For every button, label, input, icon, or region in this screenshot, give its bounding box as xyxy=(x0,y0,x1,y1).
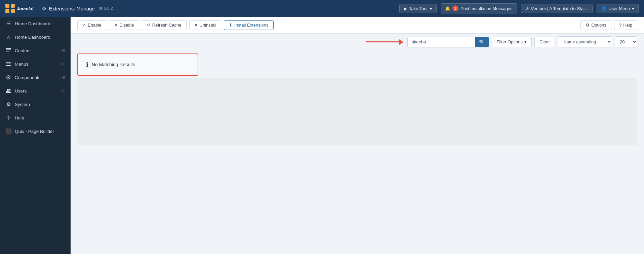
logo-text: Joomla! xyxy=(17,6,34,11)
search-button[interactable]: 🔍 xyxy=(475,37,489,47)
notification-badge: 3 xyxy=(452,5,458,11)
annotation-arrow xyxy=(366,39,403,45)
table-area xyxy=(77,78,637,145)
svg-point-12 xyxy=(7,89,9,91)
svg-rect-3 xyxy=(11,9,15,13)
per-page-select-wrap: 5 10 15 20 25 50 100 xyxy=(615,36,637,47)
menus-chevron-icon: › xyxy=(59,62,61,66)
users-chevron-icon: › xyxy=(59,89,61,93)
toggle-menu-icon: ☰ xyxy=(5,21,11,27)
svg-rect-2 xyxy=(5,9,9,13)
user-menu-button[interactable]: 👤 User Menu ▾ xyxy=(597,4,639,13)
svg-rect-1 xyxy=(11,4,15,8)
content-chevron-icon: › xyxy=(59,48,61,52)
joomla-logo[interactable]: Joomla! xyxy=(5,4,34,13)
sort-select-wrap: Name ascending Name descending ID ascend… xyxy=(558,36,612,47)
filter-options-button[interactable]: Filter Options ▾ xyxy=(492,37,532,47)
uninstall-button[interactable]: ✕ Uninstall xyxy=(189,20,222,30)
enable-icon: ✓ xyxy=(82,23,86,28)
sidebar-item-home-dashboard[interactable]: ⌂ Home Dashboard xyxy=(0,30,71,44)
help-button[interactable]: ? Help xyxy=(614,20,637,30)
no-results-box: ℹ No Matching Results xyxy=(77,53,198,76)
sidebar-item-quix[interactable]: ⬛ Quix - Page Builder xyxy=(0,124,71,138)
external-link-icon: ↗ xyxy=(525,6,529,11)
refresh-cache-button[interactable]: ↺ Refresh Cache xyxy=(142,20,187,30)
disable-icon: ✕ xyxy=(114,23,118,28)
no-results-text: No Matching Results xyxy=(92,62,135,67)
search-icon: 🔍 xyxy=(479,39,485,45)
install-extensions-button[interactable]: ⬇ Install Extensions xyxy=(224,20,273,30)
components-icon xyxy=(5,74,11,80)
users-grid-icon: ⊞ xyxy=(62,89,65,93)
sidebar-item-components[interactable]: Components › ⊞ xyxy=(0,71,71,84)
main-content: ✓ Enable ✕ Disable ↺ Refresh Cache ✕ Uni… xyxy=(71,17,644,254)
page-title-nav: ⚙ Extensions: Manage xyxy=(42,5,95,12)
refresh-icon: ↺ xyxy=(147,23,151,28)
top-navigation: Joomla! ⚙ Extensions: Manage ⌘ 5.0.2 ▶ T… xyxy=(0,0,644,17)
bell-icon: 🔔 xyxy=(445,6,450,11)
system-icon: ⚙ xyxy=(5,101,11,107)
menus-icon xyxy=(5,61,11,67)
svg-rect-6 xyxy=(6,51,9,51)
toolbar: ✓ Enable ✕ Disable ↺ Refresh Cache ✕ Uni… xyxy=(71,17,644,34)
tour-chevron-icon: ▾ xyxy=(430,6,432,11)
version-label: ⌘ 5.0.2 xyxy=(99,6,113,11)
svg-rect-0 xyxy=(5,4,9,8)
user-icon: 👤 xyxy=(601,6,606,11)
per-page-select[interactable]: 5 10 15 20 25 50 100 xyxy=(615,37,637,47)
svg-point-13 xyxy=(9,89,11,91)
sidebar-item-users[interactable]: Users › ⊞ xyxy=(0,84,71,98)
joomla-logo-icon xyxy=(5,4,15,13)
sidebar-toggle-menu[interactable]: ☰ Home Dashboard xyxy=(0,17,71,30)
content-grid-icon: ⊞ xyxy=(62,48,65,53)
sort-select[interactable]: Name ascending Name descending ID ascend… xyxy=(558,37,612,47)
svg-rect-8 xyxy=(6,64,11,64)
extensions-icon: ⚙ xyxy=(42,5,46,12)
svg-point-11 xyxy=(8,77,9,78)
search-input[interactable] xyxy=(408,37,475,47)
sidebar-item-system[interactable]: ⚙ System xyxy=(0,98,71,111)
svg-rect-4 xyxy=(6,48,11,49)
quix-icon: ⬛ xyxy=(5,128,11,134)
help-icon: ? xyxy=(5,115,11,121)
filter-bar: 🔍 Filter Options ▾ Clear Name ascending … xyxy=(71,34,644,50)
venture-button[interactable]: ↗ Venture | A Template to Star... xyxy=(521,4,593,13)
components-chevron-icon: › xyxy=(59,75,61,79)
svg-rect-9 xyxy=(6,65,11,66)
search-input-wrap: 🔍 xyxy=(407,37,489,47)
arrow-head xyxy=(399,39,403,45)
options-gear-icon: ⚙ xyxy=(586,23,590,28)
uninstall-icon: ✕ xyxy=(194,23,198,28)
home-icon: ⌂ xyxy=(5,34,11,40)
menus-grid-icon: ⊞ xyxy=(62,62,65,66)
help-question-icon: ? xyxy=(619,23,621,28)
take-tour-button[interactable]: ▶ Take Tour ▾ xyxy=(399,4,437,13)
sidebar-item-content[interactable]: Content › ⊞ xyxy=(0,44,71,57)
install-icon: ⬇ xyxy=(229,23,233,28)
sidebar-item-menus[interactable]: Menus › ⊞ xyxy=(0,57,71,71)
user-menu-chevron-icon: ▾ xyxy=(632,6,634,11)
arrow-line xyxy=(366,41,399,42)
post-install-button[interactable]: 🔔 3 Post Installation Messages xyxy=(441,3,517,13)
tour-icon: ▶ xyxy=(404,6,407,11)
clear-button[interactable]: Clear xyxy=(534,37,555,47)
options-button[interactable]: ⚙ Options xyxy=(580,20,611,30)
svg-rect-5 xyxy=(6,49,11,50)
filter-options-chevron-icon: ▾ xyxy=(524,39,527,44)
users-icon xyxy=(5,88,11,94)
content-icon xyxy=(5,47,11,53)
sidebar: ☰ Home Dashboard ⌂ Home Dashboard Conten… xyxy=(0,17,71,254)
disable-button[interactable]: ✕ Disable xyxy=(109,20,139,30)
svg-rect-7 xyxy=(6,62,11,63)
components-grid-icon: ⊞ xyxy=(62,75,65,80)
sidebar-item-help[interactable]: ? Help xyxy=(0,111,71,124)
enable-button[interactable]: ✓ Enable xyxy=(77,20,106,30)
info-icon: ℹ xyxy=(86,61,88,68)
content-area: ℹ No Matching Results xyxy=(71,50,644,254)
